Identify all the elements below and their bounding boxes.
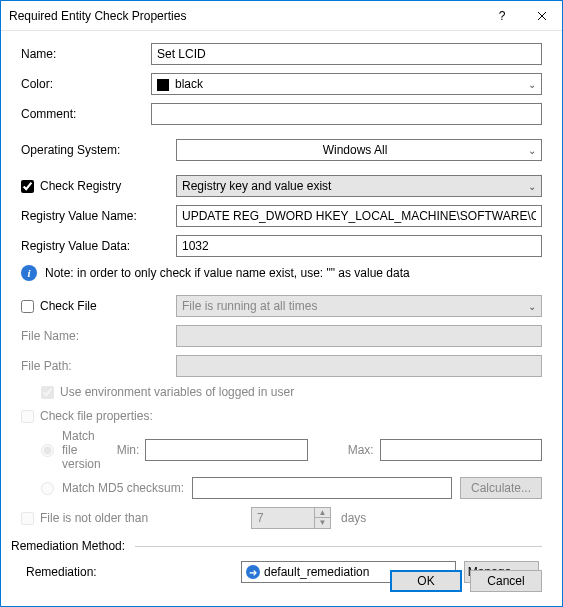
max-label: Max: [348, 443, 374, 457]
info-icon: i [21, 265, 37, 281]
chevron-up-icon: ▲ [315, 508, 330, 518]
name-label: Name: [21, 47, 151, 61]
check-registry-label: Check Registry [40, 179, 121, 193]
match-md5-label: Match MD5 checksum: [62, 481, 192, 495]
reg-value-data-label: Registry Value Data: [21, 239, 176, 253]
min-label: Min: [117, 443, 140, 457]
file-path-input [176, 355, 542, 377]
comment-label: Comment: [21, 107, 151, 121]
window-title: Required Entity Check Properties [9, 9, 482, 23]
remediation-section-label: Remediation Method: [11, 539, 125, 553]
registry-mode-select[interactable]: Registry key and value exist ⌄ [176, 175, 542, 197]
file-mode-value: File is running at all times [182, 299, 317, 313]
close-button[interactable] [522, 1, 562, 31]
days-unit: days [341, 511, 366, 525]
os-label: Operating System: [21, 143, 176, 157]
os-value: Windows All [182, 143, 528, 157]
calculate-button: Calculate... [460, 477, 542, 499]
color-value: black [175, 77, 203, 91]
help-button[interactable]: ? [482, 1, 522, 31]
remediation-icon: ➜ [246, 565, 260, 579]
cancel-button[interactable]: Cancel [470, 570, 542, 592]
reg-value-data-input[interactable] [176, 235, 542, 257]
max-input [380, 439, 542, 461]
file-properties-label: Check file properties: [40, 409, 153, 423]
os-select[interactable]: Windows All ⌄ [176, 139, 542, 161]
reg-value-name-label: Registry Value Name: [21, 209, 176, 223]
min-input [145, 439, 307, 461]
title-bar: Required Entity Check Properties ? [1, 1, 562, 31]
registry-hint-text: Note: in order to only check if value na… [45, 266, 410, 280]
registry-hint: i Note: in order to only check if value … [21, 265, 542, 281]
color-label: Color: [21, 77, 151, 91]
env-vars-label: Use environment variables of logged in u… [60, 385, 294, 399]
chevron-down-icon: ⌄ [528, 301, 536, 312]
chevron-down-icon: ▼ [315, 518, 330, 528]
match-md5-radio: Match MD5 checksum: Calculate... [41, 477, 542, 499]
color-swatch-icon [157, 79, 169, 91]
ok-button[interactable]: OK [390, 570, 462, 592]
file-name-label: File Name: [21, 329, 176, 343]
chevron-down-icon: ⌄ [528, 145, 536, 156]
color-select[interactable]: black ⌄ [151, 73, 542, 95]
comment-input[interactable] [151, 103, 542, 125]
days-value: 7 [252, 511, 314, 525]
spinner-buttons: ▲▼ [314, 508, 330, 528]
remediation-value: default_remediation [264, 565, 369, 579]
file-not-older-checkbox: File is not older than [21, 511, 251, 525]
name-input[interactable] [151, 43, 542, 65]
chevron-down-icon: ⌄ [528, 79, 536, 90]
check-file-checkbox[interactable]: Check File [21, 299, 97, 313]
check-file-label: Check File [40, 299, 97, 313]
registry-mode-value: Registry key and value exist [182, 179, 331, 193]
md5-input [192, 477, 452, 499]
divider [135, 546, 542, 547]
remediation-label: Remediation: [26, 565, 241, 579]
chevron-down-icon: ⌄ [528, 181, 536, 192]
env-vars-checkbox: Use environment variables of logged in u… [41, 385, 542, 399]
reg-value-name-input[interactable] [176, 205, 542, 227]
close-icon [537, 11, 547, 21]
file-path-label: File Path: [21, 359, 176, 373]
match-version-radio: Match file version Min: Max: [41, 429, 542, 471]
file-name-input [176, 325, 542, 347]
days-spinner: 7 ▲▼ [251, 507, 331, 529]
file-mode-select: File is running at all times ⌄ [176, 295, 542, 317]
match-version-label: Match file version [62, 429, 101, 471]
file-not-older-label: File is not older than [40, 511, 148, 525]
check-registry-checkbox[interactable]: Check Registry [21, 179, 121, 193]
file-properties-checkbox: Check file properties: [21, 409, 542, 423]
